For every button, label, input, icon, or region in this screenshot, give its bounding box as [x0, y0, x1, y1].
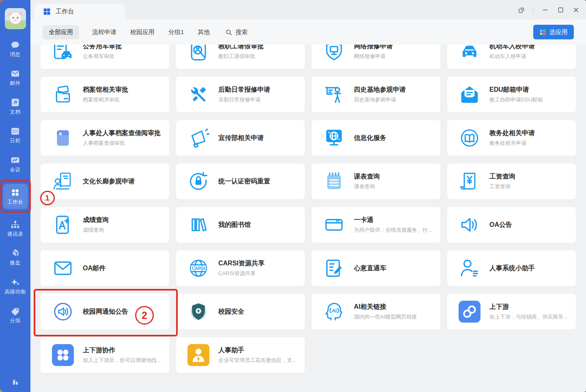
- app-card[interactable]: 信息化服务: [312, 120, 440, 156]
- app-title: CARSI资源共享: [218, 259, 265, 268]
- filter-bar: 全部应用流程申请校园应用分组1其他 搜索 选应用: [30, 19, 586, 45]
- sidebar-item-contacts[interactable]: 通讯录: [0, 220, 30, 238]
- app-subtitle: 企业可管理员工花名册信息，支...: [218, 357, 297, 364]
- grade-icon: [52, 214, 74, 236]
- filter-tab-5[interactable]: 其他: [197, 25, 211, 39]
- filter-tab-2[interactable]: 流程申请: [91, 25, 117, 39]
- app-card[interactable]: 教务处相关申请教务处相关申请: [447, 120, 576, 156]
- app-card[interactable]: 心意直通车: [312, 250, 440, 286]
- archive-icon: [52, 127, 74, 149]
- sidebar-item-label: 消息: [10, 51, 21, 58]
- sidebar-item-messages[interactable]: 消息: [0, 40, 30, 58]
- app-card[interactable]: 人事助手企业可管理员工花名册信息，支...: [176, 337, 305, 373]
- pick-app-button[interactable]: 选应用: [533, 25, 574, 39]
- app-card[interactable]: 校园网通知公告2: [41, 294, 169, 330]
- app-card[interactable]: CARSICARSI资源共享CARSI资源共享: [176, 250, 305, 286]
- doc-pen-icon: [323, 257, 345, 279]
- app-title: 人事系统小助手: [489, 264, 535, 273]
- avatar[interactable]: [5, 8, 26, 29]
- app-card[interactable]: 机动车入校申请机动车入校申请: [447, 45, 576, 69]
- sidebar-item-docs[interactable]: 文档: [0, 97, 30, 116]
- sidebar-item-stats[interactable]: [0, 376, 30, 386]
- app-title: 教务处相关申请: [489, 129, 535, 138]
- shield-dark-icon: [187, 301, 209, 323]
- svg-text:CARSI: CARSI: [192, 266, 205, 271]
- app-card[interactable]: 公务用车审批公务用车审批: [41, 45, 169, 69]
- app-subtitle: 四史基地参观申请: [354, 96, 406, 103]
- app-title: 公务用车审批: [83, 45, 122, 51]
- app-card[interactable]: 档案馆相关审批档案馆相关审批: [41, 77, 169, 112]
- mail-icon: [52, 257, 74, 279]
- app-subtitle: 人事档案查借审批: [83, 140, 161, 147]
- sidebar-item-label: 日程: [10, 138, 21, 144]
- app-card[interactable]: OA邮件: [41, 250, 169, 286]
- filter-tab-3[interactable]: 校园应用: [129, 25, 155, 39]
- app-card[interactable]: OA公告: [447, 207, 576, 243]
- folders-icon: [52, 84, 74, 106]
- tools-icon: [187, 84, 209, 106]
- app-subtitle: 加入上下游后，你可以便捷地找...: [83, 357, 161, 364]
- app-subtitle: 档案馆相关审批: [83, 96, 128, 103]
- app-title: 文化长廊参观申请: [83, 177, 135, 186]
- app-subtitle: 在上下游，与经销商、供应商等...: [489, 313, 568, 321]
- app-card[interactable]: 教职工请假审批教职工请假审批: [176, 45, 305, 69]
- sidebar-item-meetings[interactable]: 会议: [0, 155, 30, 173]
- ai-head-icon: AI: [323, 301, 345, 323]
- app-card[interactable]: AIAI相关链接国内的一些AI模型网页链接: [312, 294, 440, 330]
- app-subtitle: 成绩查询: [83, 226, 109, 234]
- close-button[interactable]: [570, 4, 582, 16]
- search[interactable]: 搜索: [225, 28, 248, 36]
- app-card[interactable]: 宣传部相关申请: [176, 120, 305, 156]
- meeting-side-icon: [10, 155, 20, 165]
- grid-icon: [43, 7, 51, 16]
- app-card[interactable]: 校园安全: [176, 294, 305, 330]
- minimize-button[interactable]: [539, 4, 551, 16]
- app-card[interactable]: 文化长廊参观申请: [41, 164, 169, 199]
- app-card[interactable]: 后勤日常报修申请后勤日常报修申请: [176, 77, 305, 112]
- sidebar-item-groups[interactable]: 分组: [0, 306, 30, 324]
- app-subtitle: 网络报修申请: [354, 53, 393, 60]
- sidebar-item-calendar[interactable]: 日程: [0, 126, 30, 144]
- search-icon: [225, 29, 232, 36]
- app-card[interactable]: 人事处人事档案查借阅审批人事档案查借审批: [41, 120, 169, 156]
- filter-tab-4[interactable]: 分组1: [168, 25, 185, 39]
- main-area: 工作台 全部应用流程申请校园应用分组1其他 搜索 选: [30, 0, 586, 392]
- monitor-shield-icon: [323, 45, 345, 62]
- app-card[interactable]: 成绩查询成绩查询: [41, 207, 169, 243]
- app-card[interactable]: 统一认证密码重置: [176, 164, 305, 199]
- app-card[interactable]: 我的图书馆: [176, 207, 305, 243]
- app-card[interactable]: 上下游协作加入上下游后，你可以便捷地找...: [41, 337, 169, 373]
- app-title: 校园安全: [218, 308, 244, 316]
- app-card[interactable]: 上下游在上下游，与经销商、供应商等...: [447, 294, 576, 330]
- sidebar-item-workbench[interactable]: 工作台1: [3, 184, 28, 209]
- tab-workbench[interactable]: 工作台: [34, 4, 125, 19]
- app-title: 人事处人事档案查借阅审批: [83, 129, 161, 138]
- app-title: 网络报修申请: [354, 45, 393, 51]
- filter-tab-1[interactable]: 全部应用: [43, 25, 79, 39]
- speaker-circle-icon: [52, 301, 74, 323]
- salary-icon: [459, 170, 480, 192]
- app-subtitle: 国内的一些AI模型网页链接: [354, 313, 417, 321]
- maximize-button[interactable]: [554, 4, 567, 16]
- sidebar-item-advanced[interactable]: 高级功能: [0, 277, 30, 295]
- app-card[interactable]: 课表查询课表查询: [312, 164, 440, 199]
- person-lines-icon: [459, 257, 480, 279]
- gallery-icon: [52, 170, 74, 192]
- app-title: 我的图书馆: [218, 221, 251, 229]
- app-card[interactable]: 人事系统小助手: [447, 250, 576, 286]
- sidebar-item-mail[interactable]: 邮件: [0, 69, 30, 87]
- popout-icon[interactable]: [515, 4, 527, 16]
- bar-chart-icon: [10, 376, 21, 386]
- app-card[interactable]: 四史基地参观申请四史基地参观申请: [312, 77, 440, 112]
- clover-tile-icon: [52, 344, 74, 366]
- app-card[interactable]: 一卡通为用户提供：在线充值服务、付...: [312, 207, 440, 243]
- doc-side-icon: [10, 97, 20, 108]
- app-title: 课表查询: [354, 172, 380, 181]
- app-title: 工资查询: [489, 172, 515, 181]
- sidebar-item-drive[interactable]: 微盘: [0, 248, 30, 267]
- app-card[interactable]: EDU邮箱申请教工自助申请EDU邮箱: [447, 77, 576, 112]
- app-card[interactable]: 网络报修申请网络报修申请: [312, 45, 440, 69]
- sidebar-item-label: 高级功能: [5, 289, 26, 295]
- megaphone-icon: [187, 127, 209, 149]
- app-card[interactable]: 工资查询工资查询: [447, 164, 576, 199]
